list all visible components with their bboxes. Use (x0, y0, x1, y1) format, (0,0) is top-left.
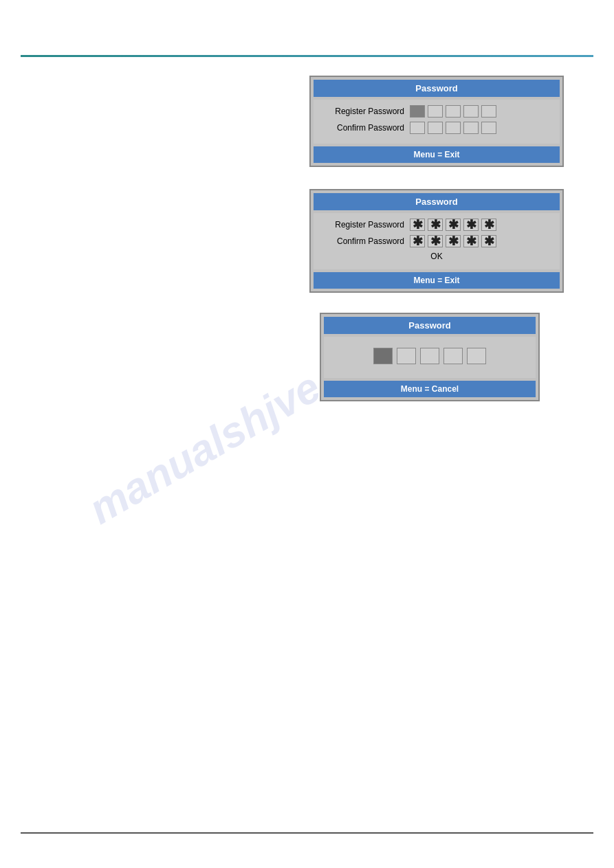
dialog2-confirm-box-3[interactable]: ✱ (446, 235, 461, 247)
dialog3-box-4[interactable] (443, 348, 463, 364)
dialog1-register-boxes (410, 105, 496, 118)
dialog1-register-box-2[interactable] (428, 105, 443, 118)
dialog2-register-row: Register Password ✱ ✱ ✱ ✱ ✱ (320, 219, 553, 231)
dialog1-footer[interactable]: Menu = Exit (314, 146, 560, 163)
dialog2-confirm-boxes: ✱ ✱ ✱ ✱ ✱ (410, 235, 496, 247)
dialog2-register-box-2[interactable]: ✱ (428, 219, 443, 231)
dialog2-register-box-3[interactable]: ✱ (446, 219, 461, 231)
dialog2-footer[interactable]: Menu = Exit (314, 272, 560, 289)
dialog2-register-box-1[interactable]: ✱ (410, 219, 425, 231)
dialog3-footer[interactable]: Menu = Cancel (324, 381, 536, 397)
dialog3-box-5[interactable] (467, 348, 486, 364)
dialog1-confirm-label: Confirm Password (320, 123, 410, 133)
dialog1-confirm-row: Confirm Password (320, 122, 553, 134)
dialog3-box-1[interactable] (373, 348, 393, 364)
dialog1-register-box-3[interactable] (446, 105, 461, 118)
dialog-password-3: Password Menu = Cancel (320, 313, 540, 401)
dialog1-confirm-box-4[interactable] (463, 122, 479, 134)
dialog-password-1: Password Register Password Confirm Passw… (309, 76, 564, 167)
dialog2-confirm-box-5[interactable]: ✱ (481, 235, 496, 247)
dialog1-confirm-box-2[interactable] (428, 122, 443, 134)
dialog1-register-label: Register Password (320, 107, 410, 116)
dialog3-body (324, 337, 536, 378)
dialog2-register-box-5[interactable]: ✱ (481, 219, 496, 231)
dialog2-confirm-box-4[interactable]: ✱ (463, 235, 479, 247)
dialog3-box-3[interactable] (420, 348, 439, 364)
dialog2-confirm-label: Confirm Password (320, 236, 410, 246)
dialog1-confirm-box-5[interactable] (481, 122, 496, 134)
dialog2-confirm-row: Confirm Password ✱ ✱ ✱ ✱ ✱ (320, 235, 553, 247)
dialog2-register-label: Register Password (320, 220, 410, 230)
dialog2-register-box-4[interactable]: ✱ (463, 219, 479, 231)
dialog2-title: Password (314, 193, 560, 210)
dialog3-box-2[interactable] (397, 348, 416, 364)
dialog1-confirm-boxes (410, 122, 496, 134)
dialog1-register-box-5[interactable] (481, 105, 496, 118)
dialog1-register-row: Register Password (320, 105, 553, 118)
dialog-password-2: Password Register Password ✱ ✱ ✱ ✱ ✱ Con… (309, 189, 564, 293)
dialog1-register-box-4[interactable] (463, 105, 479, 118)
top-rule (21, 55, 593, 57)
bottom-rule (21, 832, 593, 834)
dialog3-boxes (373, 348, 486, 364)
dialog2-ok[interactable]: OK (320, 252, 553, 261)
dialog1-title: Password (314, 80, 560, 97)
dialog3-title: Password (324, 317, 536, 334)
dialog1-confirm-box-3[interactable] (446, 122, 461, 134)
dialog2-confirm-box-1[interactable]: ✱ (410, 235, 425, 247)
dialog2-register-boxes: ✱ ✱ ✱ ✱ ✱ (410, 219, 496, 231)
dialog2-confirm-box-2[interactable]: ✱ (428, 235, 443, 247)
dialog1-register-box-1[interactable] (410, 105, 425, 118)
dialog1-confirm-box-1[interactable] (410, 122, 425, 134)
